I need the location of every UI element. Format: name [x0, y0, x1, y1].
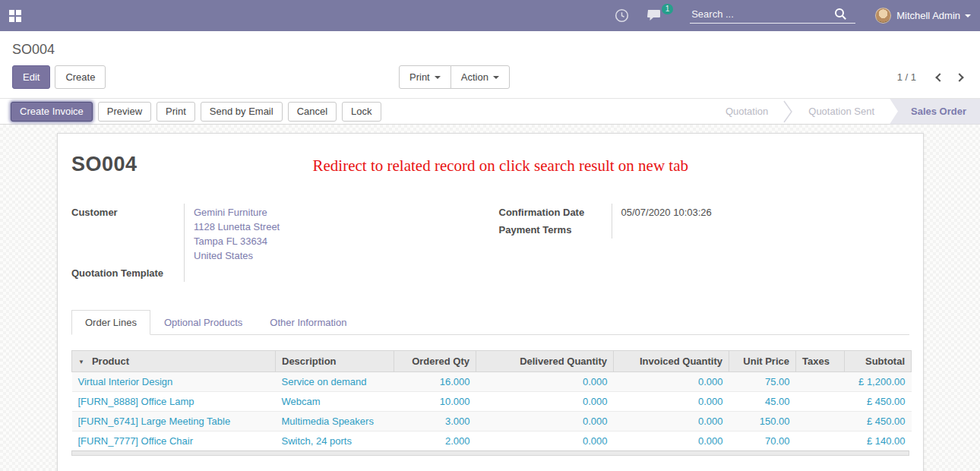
cell-ordered_qty[interactable]: 10.000	[394, 392, 476, 412]
cell-taxes[interactable]	[796, 412, 845, 431]
order-line-row[interactable]: [FURN_6741] Large Meeting TableMultimedi…	[72, 412, 912, 431]
cell-description[interactable]: Service on demand	[276, 372, 394, 392]
cell-subtotal[interactable]: £ 450.00	[845, 412, 912, 431]
action-caret-icon	[493, 76, 499, 82]
statusbar: Create Invoice Preview Print Send by Ema…	[0, 98, 980, 125]
cell-product[interactable]: [FURN_6741] Large Meeting Table	[72, 412, 276, 431]
global-search	[690, 8, 855, 24]
state-quotation-sent[interactable]: Quotation Sent	[793, 99, 890, 125]
cell-unit_price[interactable]: 45.00	[729, 392, 796, 412]
tab-order-lines[interactable]: Order Lines	[71, 310, 150, 335]
record-title: SO004	[71, 153, 138, 176]
cell-description[interactable]: Multimedia Speakers	[276, 412, 394, 431]
order-line-row[interactable]: [FURN_7777] Office ChairSwitch, 24 ports…	[72, 431, 912, 451]
tab-optional-products[interactable]: Optional Products	[150, 310, 256, 335]
quotation-template-value[interactable]	[184, 264, 482, 282]
status-pipeline: Quotation Quotation Sent Sales Order	[710, 99, 980, 125]
user-avatar[interactable]	[875, 8, 891, 24]
send-by-email-button[interactable]: Send by Email	[201, 102, 283, 122]
column-subtotal[interactable]: Subtotal	[845, 351, 912, 372]
column-taxes[interactable]: Taxes	[796, 351, 845, 372]
cell-taxes[interactable]	[796, 392, 845, 412]
control-panel: SO004 Edit Create Print Action 1 / 1	[0, 31, 980, 98]
cell-unit_price[interactable]: 70.00	[729, 431, 796, 451]
messages-count-badge: 1	[662, 4, 674, 14]
search-magnifier-icon[interactable]	[834, 8, 847, 21]
create-invoice-button[interactable]: Create Invoice	[11, 102, 93, 122]
quotation-template-label: Quotation Template	[71, 264, 184, 282]
left-field-group: Customer Gemini Furniture 1128 Lunetta S…	[71, 204, 482, 282]
cell-delivered_qty[interactable]: 0.000	[476, 412, 614, 431]
order-lines-header-row: ▼Product Description Ordered Qty Deliver…	[72, 351, 912, 372]
order-line-row[interactable]: [FURN_8888] Office LampWebcam10.0000.000…	[72, 392, 912, 412]
cell-delivered_qty[interactable]: 0.000	[476, 392, 614, 412]
pager-previous-button[interactable]	[930, 65, 950, 89]
cell-description[interactable]: Webcam	[276, 392, 394, 412]
right-field-group: Confirmation Date 05/07/2020 10:03:26 Pa…	[499, 204, 910, 282]
action-dropdown-button[interactable]: Action	[450, 65, 510, 89]
cell-taxes[interactable]	[796, 431, 845, 451]
preview-button[interactable]: Preview	[98, 102, 151, 122]
print-button[interactable]: Print	[156, 102, 195, 122]
state-quotation[interactable]: Quotation	[710, 99, 783, 125]
cell-ordered_qty[interactable]: 2.000	[394, 431, 476, 451]
cell-invoiced_qty[interactable]: 0.000	[614, 431, 729, 451]
print-dropdown-button[interactable]: Print	[399, 65, 451, 89]
cell-invoiced_qty[interactable]: 0.000	[614, 412, 729, 431]
cell-taxes[interactable]	[796, 372, 845, 392]
column-unit-price[interactable]: Unit Price	[729, 351, 796, 372]
cell-product[interactable]: [FURN_8888] Office Lamp	[72, 392, 276, 412]
state-sales-order[interactable]: Sales Order	[890, 99, 980, 125]
activities-clock-icon[interactable]	[615, 8, 629, 23]
order-line-row[interactable]: Virtual Interior DesignService on demand…	[72, 372, 912, 392]
confirmation-date-label: Confirmation Date	[499, 204, 612, 221]
cell-ordered_qty[interactable]: 16.000	[394, 372, 476, 392]
notebook-tabs: Order Lines Optional Products Other Info…	[71, 309, 909, 335]
pager-next-button[interactable]	[950, 65, 969, 89]
user-name: Mitchell Admin	[896, 10, 960, 21]
column-description[interactable]: Description	[276, 351, 394, 372]
table-footer-strip	[71, 450, 909, 456]
apps-menu-icon[interactable]	[9, 10, 21, 22]
column-ordered-qty[interactable]: Ordered Qty	[394, 351, 476, 372]
edit-button[interactable]: Edit	[12, 65, 50, 89]
tab-other-information[interactable]: Other Information	[256, 310, 360, 335]
cell-ordered_qty[interactable]: 3.000	[394, 412, 476, 431]
chevron-left-icon	[935, 73, 944, 81]
order-lines-table: ▼Product Description Ordered Qty Deliver…	[71, 350, 912, 450]
payment-terms-label: Payment Terms	[499, 221, 612, 239]
lock-button[interactable]: Lock	[342, 102, 381, 122]
customer-value[interactable]: Gemini Furniture 1128 Lunetta Street Tam…	[184, 204, 482, 264]
user-menu-caret-icon	[965, 14, 971, 21]
confirmation-date-value: 05/07/2020 10:03:26	[612, 204, 910, 221]
cell-subtotal[interactable]: £ 140.00	[845, 431, 912, 451]
cell-description[interactable]: Switch, 24 ports	[276, 431, 394, 451]
record-sheet: SO004 Redirect to related record on clic…	[57, 133, 924, 471]
cell-invoiced_qty[interactable]: 0.000	[614, 372, 729, 392]
messages-chat-icon[interactable]: 1	[647, 9, 664, 23]
search-input[interactable]	[690, 8, 834, 21]
cell-delivered_qty[interactable]: 0.000	[476, 372, 614, 392]
print-caret-icon	[435, 76, 441, 82]
form-view-background: SO004 Redirect to related record on clic…	[0, 125, 980, 471]
payment-terms-value[interactable]	[612, 221, 910, 239]
column-product[interactable]: ▼Product	[72, 351, 276, 372]
pager-value: 1 / 1	[897, 71, 916, 83]
breadcrumb: SO004	[12, 42, 969, 58]
cell-unit_price[interactable]: 150.00	[729, 412, 796, 431]
user-menu[interactable]: Mitchell Admin	[875, 8, 971, 24]
cell-delivered_qty[interactable]: 0.000	[476, 431, 614, 451]
chevron-right-icon	[955, 73, 963, 81]
cell-subtotal[interactable]: £ 450.00	[845, 392, 912, 412]
column-invoiced-quantity[interactable]: Invoiced Quantity	[614, 351, 729, 372]
cell-subtotal[interactable]: £ 1,200.00	[845, 372, 912, 392]
header-dropdown-caret-icon[interactable]: ▼	[78, 359, 84, 365]
column-delivered-quantity[interactable]: Delivered Quantity	[476, 351, 614, 372]
cell-product[interactable]: [FURN_7777] Office Chair	[72, 431, 276, 451]
cancel-button[interactable]: Cancel	[288, 102, 337, 122]
cell-invoiced_qty[interactable]: 0.000	[614, 392, 729, 412]
cell-product[interactable]: Virtual Interior Design	[72, 372, 276, 392]
state-separator-chevron-icon	[783, 100, 793, 124]
cell-unit_price[interactable]: 75.00	[729, 372, 796, 392]
create-button[interactable]: Create	[55, 65, 106, 89]
